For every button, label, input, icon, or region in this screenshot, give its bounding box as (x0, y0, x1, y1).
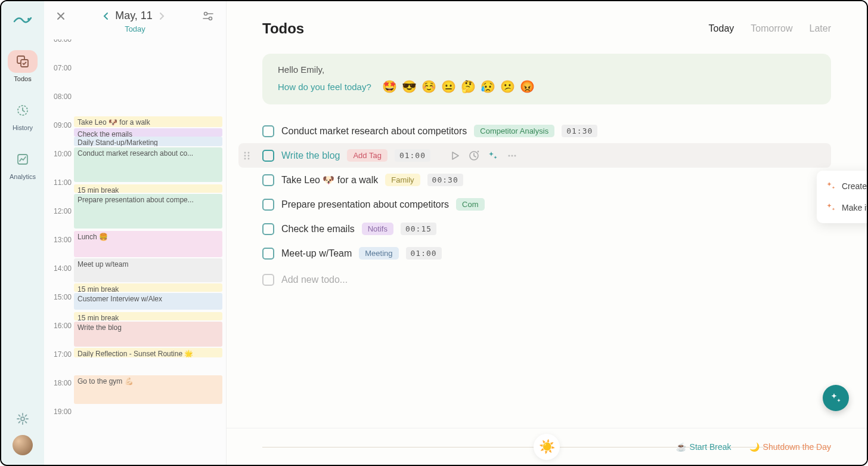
todo-tag[interactable]: Notifs (362, 223, 393, 235)
next-day-button[interactable] (159, 11, 166, 21)
svg-point-17 (509, 155, 510, 156)
menu-create-subtask[interactable]: Create subtask (817, 175, 868, 197)
mood-emoji[interactable]: 🤔 (461, 79, 476, 94)
start-break-button[interactable]: ☕ Start Break (676, 442, 731, 452)
todo-tag[interactable]: Com (456, 198, 484, 211)
sidebar-item-todos[interactable]: Todos (8, 50, 38, 82)
todo-item[interactable]: Conduct market research about competitor… (262, 119, 831, 143)
todo-checkbox[interactable] (262, 223, 274, 235)
sparkle-icon (826, 203, 836, 212)
hour-label: 16:00 (48, 322, 72, 330)
calendar-event[interactable]: Check the emails (74, 128, 222, 137)
todo-tag[interactable]: Family (385, 174, 420, 186)
todo-time: 00:30 (427, 174, 463, 186)
calendar-event[interactable]: Go to the gym 💪🏻 (74, 375, 222, 404)
sidebar-item-label: History (13, 124, 33, 131)
timeline: 06:00 07:00 08:00 09:00 Take Leo 🐶 for a… (44, 39, 226, 465)
mood-emoji[interactable]: 😡 (520, 79, 535, 94)
calendar-settings-button[interactable] (202, 11, 214, 21)
todo-checkbox[interactable] (262, 199, 274, 211)
calendar-event[interactable]: 15 min break (74, 184, 222, 193)
mood-emoji[interactable]: 😥 (480, 79, 495, 94)
hour-label: 09:00 (48, 121, 72, 129)
add-tag-button[interactable]: Add Tag (347, 149, 387, 162)
todo-item[interactable]: Take Leo 🐶 for a walk Family 00:30 (262, 168, 831, 192)
play-icon[interactable] (450, 150, 460, 161)
hour-label: 08:00 (48, 92, 72, 101)
settings-button[interactable] (16, 412, 29, 425)
todo-item[interactable]: Prepare presentation about competitors C… (262, 192, 831, 217)
todo-text: Meet-up w/Team (281, 248, 352, 259)
prev-day-button[interactable] (102, 11, 109, 21)
todo-text: Check the emails (281, 224, 355, 234)
hour-label: 17:00 (48, 350, 72, 359)
calendar-event[interactable]: Take Leo 🐶 for a walk (74, 116, 222, 127)
tab-tomorrow[interactable]: Tomorrow (751, 23, 792, 34)
mood-emoji[interactable]: 🤩 (382, 79, 397, 94)
todo-time: 01:30 (562, 125, 597, 137)
mood-emoji[interactable]: 😐 (441, 79, 456, 94)
svg-point-14 (244, 158, 246, 159)
todo-list: Conduct market research about competitor… (227, 119, 867, 294)
tab-later[interactable]: Later (810, 23, 831, 34)
bottom-bar: ☀️ ☕ Start Break 🌙 Shutdown the Day (227, 428, 867, 465)
svg-point-5 (21, 417, 24, 421)
shutdown-label: Shutdown the Day (763, 442, 831, 452)
sidebar-item-history[interactable]: History (8, 99, 38, 131)
ai-fab-button[interactable] (823, 385, 849, 411)
drag-handle-icon[interactable] (243, 151, 250, 161)
sun-icon: ☀️ (539, 439, 555, 455)
menu-make-actionable[interactable]: Make it actionable (817, 197, 868, 218)
mood-emoji[interactable]: ☺️ (421, 79, 436, 94)
todo-checkbox[interactable] (262, 125, 274, 137)
tab-today[interactable]: Today (709, 23, 734, 34)
todo-text: Conduct market research about competitor… (281, 126, 467, 137)
close-calendar-button[interactable] (56, 11, 66, 21)
sparkle-icon[interactable] (488, 150, 498, 161)
todo-item[interactable]: Check the emails Notifs 00:15 (262, 217, 831, 241)
todo-item[interactable]: Meet-up w/Team Meeting 01:00 (262, 241, 831, 266)
todo-checkbox[interactable] (262, 150, 274, 162)
hour-label: 18:00 (48, 379, 72, 387)
greeting-question: How do you feel today? (278, 82, 371, 92)
calendar-subtitle: Today (44, 24, 226, 39)
more-icon[interactable] (507, 150, 517, 161)
user-avatar[interactable] (13, 435, 33, 455)
moon-icon: 🌙 (749, 442, 760, 452)
sidebar-item-analytics[interactable]: Analytics (8, 148, 38, 180)
todo-tag[interactable]: Competitor Analysis (474, 125, 554, 137)
todo-checkbox[interactable] (262, 174, 274, 186)
hour-label: 06:00 (48, 39, 72, 44)
context-menu: Create subtask Make it actionable (817, 171, 868, 223)
hour-label: 13:00 (48, 236, 72, 244)
greeting-card: Hello Emily, How do you feel today? 🤩 😎 … (262, 54, 831, 104)
calendar-event[interactable]: Lunch 🍔 (74, 231, 222, 257)
svg-point-8 (209, 17, 212, 20)
todo-tag[interactable]: Meeting (359, 247, 398, 260)
svg-point-6 (204, 12, 207, 15)
todo-time: 01:00 (395, 149, 430, 162)
greeting-hello: Hello Emily, (278, 64, 816, 75)
svg-point-19 (514, 155, 516, 156)
todo-item-selected[interactable]: Write the blog Add Tag 01:00 (238, 143, 831, 168)
hour-label: 19:00 (48, 408, 72, 416)
calendar-event[interactable]: 15 min break (74, 312, 222, 320)
day-progress-indicator[interactable]: ☀️ (534, 434, 560, 460)
hour-label: 15:00 (48, 293, 72, 301)
svg-point-18 (512, 155, 513, 156)
add-todo-row[interactable]: Add new todo... (262, 266, 831, 294)
shutdown-day-button[interactable]: 🌙 Shutdown the Day (749, 442, 831, 452)
sparkle-icon (826, 181, 836, 191)
add-todo-checkbox (262, 274, 274, 286)
gear-icon (16, 412, 29, 425)
calendar-event[interactable]: Daily Stand-up/Marketing (74, 137, 222, 146)
todo-checkbox[interactable] (262, 248, 274, 260)
svg-point-13 (248, 155, 250, 156)
schedule-icon[interactable] (469, 150, 479, 161)
mood-emoji[interactable]: 😎 (402, 79, 417, 94)
hour-label: 11:00 (48, 178, 72, 187)
sidebar-item-label: Analytics (10, 173, 36, 180)
calendar-event[interactable]: 15 min break (74, 283, 222, 292)
mood-emoji[interactable]: 😕 (500, 79, 515, 94)
hour-label: 10:00 (48, 150, 72, 158)
